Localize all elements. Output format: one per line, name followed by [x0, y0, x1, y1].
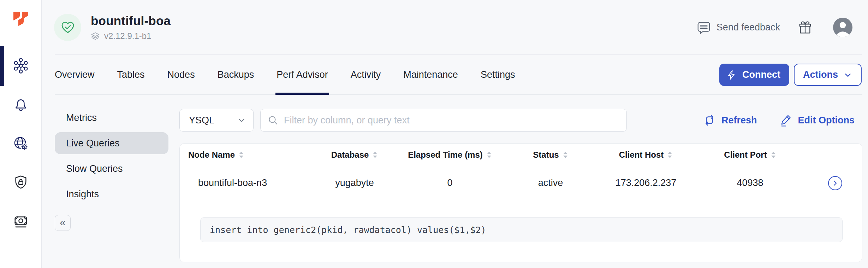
cell-client-host: 173.206.2.237: [600, 177, 692, 188]
cluster-version: v2.12.9.1-b1: [104, 31, 151, 41]
search-icon: [268, 115, 278, 126]
column-header-node-name[interactable]: Node Name: [180, 150, 310, 160]
column-label: Status: [533, 150, 559, 160]
cell-node-name: bountiful-boa-n3: [180, 177, 310, 188]
column-label: Client Host: [619, 150, 664, 160]
column-label: Elapsed Time (ms): [408, 150, 483, 160]
subnav-item-live-queries[interactable]: Live Queries: [55, 132, 168, 154]
query-text-box: insert into generic2(pkid, rawdatacol) v…: [200, 217, 843, 242]
subnav-item-metrics[interactable]: Metrics: [55, 107, 168, 129]
cell-status: active: [501, 177, 600, 188]
rail-active-indicator: [0, 46, 4, 86]
tab-overview[interactable]: Overview: [55, 55, 95, 95]
send-feedback-label: Send feedback: [717, 22, 780, 33]
perf-advisor-subnav: Metrics Live Queries Slow Queries Insigh…: [55, 107, 168, 268]
expander-cell: [808, 176, 862, 190]
cluster-tab-bar: Overview Tables Nodes Backups Perf Advis…: [42, 55, 868, 95]
cell-elapsed-time: 0: [399, 177, 501, 188]
actions-label: Actions: [803, 69, 838, 80]
sidebar-item-network[interactable]: [13, 135, 29, 152]
page-title: bountiful-boa: [91, 14, 171, 28]
tabs: Overview Tables Nodes Backups Perf Advis…: [55, 55, 515, 95]
main-region: bountiful-boa v2.12.9.1-b1 Send feedback: [42, 0, 868, 268]
column-label: Node Name: [188, 150, 235, 160]
user-avatar[interactable]: [833, 18, 852, 37]
collapse-chevrons-icon: «: [60, 217, 66, 228]
refresh-button[interactable]: Refresh: [702, 113, 757, 127]
version-row: v2.12.9.1-b1: [91, 31, 171, 41]
table-row[interactable]: bountiful-boa-n3 yugabyte 0 active 173.2…: [180, 166, 862, 200]
sort-icon: [238, 151, 244, 159]
toolbar-links: Refresh Edit Options: [702, 113, 855, 127]
live-queries-panel: YSQL: [179, 107, 862, 268]
tab-tables[interactable]: Tables: [117, 55, 145, 95]
gift-button[interactable]: [798, 20, 813, 35]
tab-activity[interactable]: Activity: [351, 55, 381, 95]
icon-rail: [0, 0, 42, 268]
subnav-item-slow-queries[interactable]: Slow Queries: [55, 158, 168, 180]
sidebar-item-billing[interactable]: [13, 213, 29, 229]
feedback-bubble-icon: [696, 20, 711, 35]
sort-icon: [771, 151, 776, 159]
sort-icon: [486, 151, 492, 159]
chevron-right-icon: [831, 179, 839, 187]
column-label: Database: [331, 150, 369, 160]
query-text: insert into generic2(pkid, rawdatacol) v…: [210, 225, 486, 235]
pencil-icon: [779, 113, 793, 127]
tab-maintenance[interactable]: Maintenance: [403, 55, 458, 95]
tab-nodes[interactable]: Nodes: [167, 55, 195, 95]
filter-toolbar: YSQL: [179, 109, 862, 132]
api-type-value: YSQL: [189, 115, 214, 126]
edit-options-label: Edit Options: [798, 115, 855, 126]
column-header-client-host[interactable]: Client Host: [600, 150, 692, 160]
chevron-down-icon: [843, 70, 852, 80]
column-header-status[interactable]: Status: [501, 150, 600, 160]
column-header-elapsed-time[interactable]: Elapsed Time (ms): [399, 150, 501, 160]
collapse-sidenav-button[interactable]: «: [55, 215, 71, 231]
connect-button[interactable]: Connect: [719, 64, 789, 86]
perf-advisor-content: Metrics Live Queries Slow Queries Insigh…: [42, 95, 868, 268]
tab-settings[interactable]: Settings: [481, 55, 515, 95]
cell-database: yugabyte: [310, 177, 399, 188]
actions-button[interactable]: Actions: [794, 64, 862, 86]
header-actions: Send feedback: [696, 18, 852, 37]
avatar-icon: [833, 18, 852, 37]
cluster-header: bountiful-boa v2.12.9.1-b1 Send feedback: [42, 0, 868, 55]
connect-label: Connect: [742, 69, 780, 80]
sidebar-item-clusters[interactable]: [13, 58, 29, 74]
chevron-down-icon: [237, 116, 246, 125]
sort-icon: [667, 151, 673, 159]
yugabyte-logo[interactable]: [12, 11, 29, 29]
tab-perf-advisor[interactable]: Perf Advisor: [277, 55, 328, 95]
heart-check-icon: [60, 20, 76, 35]
live-queries-table: Node Name Database Elapsed Time (ms) Sta…: [179, 143, 862, 262]
row-details-button[interactable]: [828, 176, 842, 190]
cluster-health-badge: [54, 14, 81, 41]
cell-client-port: 40938: [692, 177, 808, 188]
sort-icon: [563, 151, 568, 159]
gift-icon: [798, 20, 813, 35]
refresh-label: Refresh: [721, 115, 757, 126]
sort-icon: [372, 151, 378, 159]
column-label: Client Port: [724, 150, 767, 160]
edit-options-button[interactable]: Edit Options: [779, 113, 855, 127]
cluster-text: bountiful-boa v2.12.9.1-b1: [91, 14, 171, 41]
search-input[interactable]: [283, 115, 619, 126]
send-feedback-button[interactable]: Send feedback: [696, 20, 780, 35]
lightning-icon: [726, 70, 737, 80]
tab-backups[interactable]: Backups: [218, 55, 254, 95]
table-header-row: Node Name Database Elapsed Time (ms) Sta…: [180, 144, 862, 166]
refresh-icon: [702, 113, 717, 127]
layers-icon: [91, 31, 100, 41]
subnav-item-insights[interactable]: Insights: [55, 183, 168, 205]
sidebar-item-alerts[interactable]: [13, 97, 29, 113]
sidebar-item-security[interactable]: [13, 174, 29, 191]
query-search-box: [260, 109, 627, 132]
rail-nav: [0, 58, 41, 229]
api-type-select[interactable]: YSQL: [179, 109, 254, 132]
cluster-action-buttons: Connect Actions: [719, 55, 862, 95]
column-header-client-port[interactable]: Client Port: [692, 150, 808, 160]
column-header-database[interactable]: Database: [310, 150, 399, 160]
